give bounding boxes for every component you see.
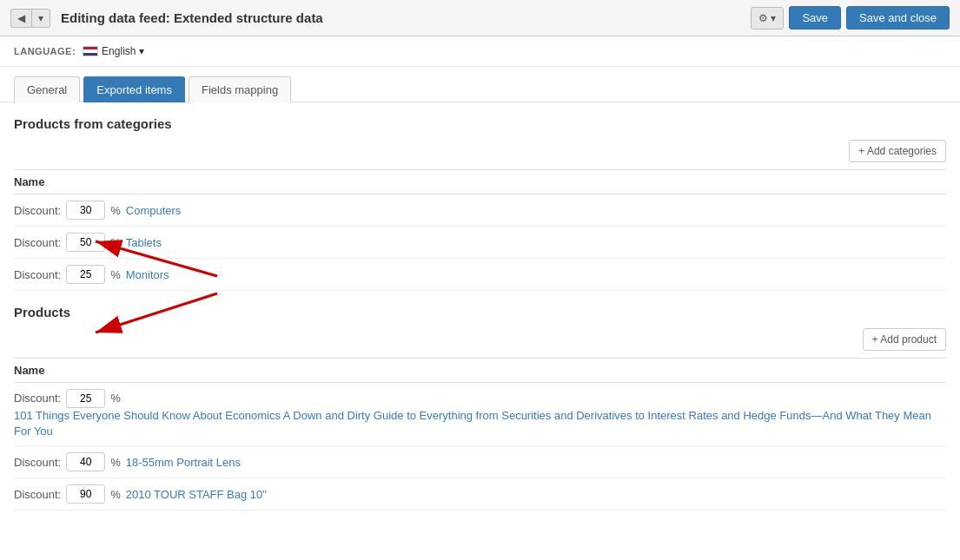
discount-label-3: Discount:: [14, 268, 61, 281]
categories-column-name: Name: [14, 169, 946, 194]
product-row-economics: Discount: % 101 Things Everyone Should K…: [14, 383, 946, 446]
products-column-name: Name: [14, 358, 946, 383]
nav-buttons: ◀ ▾: [10, 9, 50, 28]
discount-input-lens[interactable]: [66, 452, 105, 471]
discount-label-p3: Discount:: [14, 488, 61, 501]
discount-label-p1: Discount:: [14, 389, 61, 405]
save-and-close-button[interactable]: Save and close: [846, 6, 950, 30]
discount-label-1: Discount:: [14, 204, 61, 217]
categories-section-header: + Add categories: [14, 140, 946, 162]
percent-label-3: %: [110, 268, 121, 281]
discount-input-tablets[interactable]: [66, 233, 105, 252]
language-value: English: [102, 45, 136, 57]
add-product-button[interactable]: + Add product: [863, 328, 946, 351]
add-categories-button[interactable]: + Add categories: [849, 140, 946, 162]
tab-general[interactable]: General: [14, 76, 80, 102]
language-bar: LANGUAGE: English ▾: [0, 36, 960, 67]
percent-label-p3: %: [110, 488, 121, 501]
categories-section-title: Products from categories: [14, 116, 946, 131]
category-row-monitors: Discount: % Monitors: [14, 259, 946, 291]
gear-button[interactable]: ⚙ ▾: [751, 7, 784, 30]
category-link-monitors[interactable]: Monitors: [126, 268, 169, 281]
product-row-bag: Discount: % 2010 TOUR STAFF Bag 10": [14, 478, 946, 511]
products-section: Products + Add product Name Discount: % …: [14, 305, 946, 511]
language-dropdown-arrow: ▾: [139, 45, 144, 57]
product-row-lens: Discount: % 18-55mm Portrait Lens: [14, 446, 946, 478]
discount-input-monitors[interactable]: [66, 265, 105, 284]
main-content: Products from categories + Add categorie…: [0, 102, 960, 524]
discount-input-computers[interactable]: [66, 201, 105, 220]
discount-input-bag[interactable]: [66, 484, 105, 504]
percent-label-p2: %: [110, 456, 121, 469]
tab-exported-items[interactable]: Exported items: [83, 76, 185, 102]
discount-input-economics[interactable]: [66, 389, 105, 408]
discount-label-2: Discount:: [14, 236, 61, 249]
discount-label-p2: Discount:: [14, 456, 61, 469]
us-flag-icon: [83, 46, 98, 56]
top-bar: ◀ ▾ Editing data feed: Extended structur…: [0, 0, 960, 36]
products-section-title: Products: [14, 305, 946, 320]
language-selector[interactable]: English ▾: [83, 45, 144, 57]
category-row-tablets: Discount: % Tablets: [14, 227, 946, 259]
product-link-economics[interactable]: 101 Things Everyone Should Know About Ec…: [14, 408, 946, 439]
category-row-computers: Discount: % Computers: [14, 194, 946, 227]
product-link-lens[interactable]: 18-55mm Portrait Lens: [126, 456, 241, 469]
percent-label-1: %: [110, 204, 121, 217]
save-button[interactable]: Save: [789, 6, 841, 30]
products-section-header: + Add product: [14, 328, 946, 351]
back-button[interactable]: ◀: [10, 9, 31, 28]
language-label: LANGUAGE:: [14, 46, 76, 56]
nav-dropdown-button[interactable]: ▾: [31, 9, 50, 28]
tab-fields-mapping[interactable]: Fields mapping: [189, 76, 291, 102]
category-link-computers[interactable]: Computers: [126, 204, 182, 217]
gear-icon: ⚙: [758, 12, 768, 24]
percent-label-2: %: [110, 236, 121, 249]
category-link-tablets[interactable]: Tablets: [126, 236, 162, 249]
top-actions: ⚙ ▾ Save Save and close: [751, 6, 950, 30]
tabs-bar: General Exported items Fields mapping: [0, 67, 960, 102]
categories-section: Products from categories + Add categorie…: [14, 116, 946, 291]
gear-dropdown-arrow: ▾: [771, 12, 776, 24]
product-link-bag[interactable]: 2010 TOUR STAFF Bag 10": [126, 488, 267, 501]
page-title: Editing data feed: Extended structure da…: [61, 10, 751, 25]
percent-label-p1: %: [110, 389, 121, 405]
